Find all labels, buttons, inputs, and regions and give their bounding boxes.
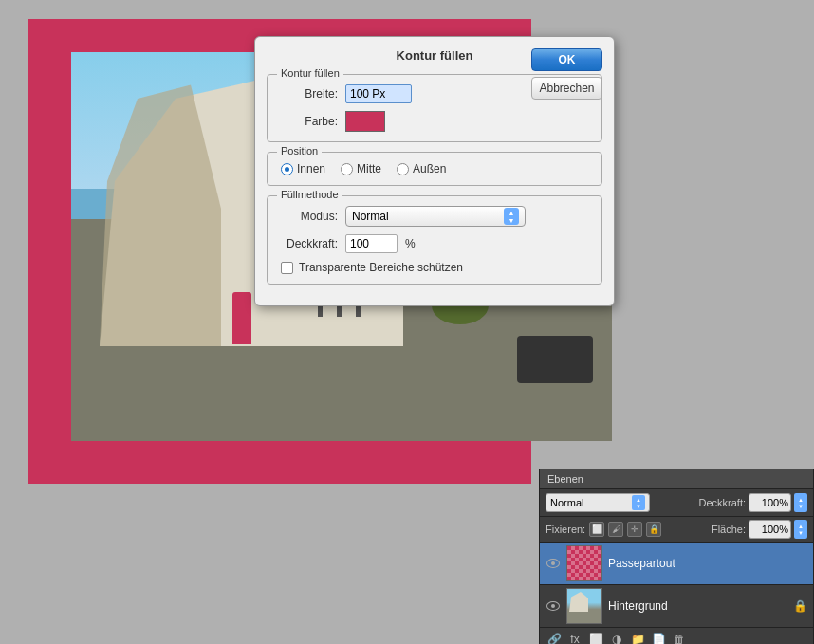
breite-input[interactable]: 100 Px [345, 84, 412, 103]
layers-panel: Ebenen Normal ▲ ▼ Deckkraft: 100% ▲ ▼ [539, 469, 814, 644]
radio-mitte-label: Mitte [357, 162, 381, 175]
hintergrund-lock-icon: 🔒 [793, 599, 807, 613]
opacity-arrow-down: ▼ [798, 504, 804, 509]
modus-value: Normal [352, 210, 389, 223]
kontur-section-label: Kontur füllen [277, 67, 343, 79]
layers-panel-header: Ebenen [540, 469, 813, 489]
position-section-label: Position [277, 145, 322, 156]
mode-arrow-down: ▼ [636, 504, 641, 509]
opacity-label: Deckkraft: [698, 497, 746, 508]
layers-opacity-control: Deckkraft: 100% ▲ ▼ [698, 493, 807, 512]
farbe-label: Farbe: [281, 115, 338, 128]
deckkraft-input[interactable]: 100 [345, 234, 398, 253]
layers-fix-row: Fixieren: ⬜ 🖌 ✛ 🔒 Fläche: 100% ▲ ▼ [540, 517, 813, 543]
ok-button[interactable]: OK [531, 48, 602, 71]
radio-aussen-circle[interactable] [397, 163, 409, 175]
position-section: Position Innen Mitte Außen [267, 152, 602, 186]
flaeche-right: Fläche: 100% ▲ ▼ [712, 520, 807, 539]
eye-pupil-hintergrund [551, 604, 555, 608]
transparente-checkbox[interactable] [281, 262, 293, 274]
link-icon[interactable]: 🔗 [546, 631, 563, 644]
color-swatch[interactable] [345, 111, 385, 132]
radio-mitte-circle[interactable] [341, 163, 353, 175]
mode-arrow-up: ▲ [636, 497, 641, 503]
passepartout-name: Passepartout [608, 557, 807, 570]
radio-aussen-label: Außen [413, 162, 446, 175]
radio-innen-dot [285, 167, 289, 172]
eye-icon-passepartout [546, 559, 560, 568]
deckkraft-label: Deckkraft: [281, 237, 338, 250]
hintergrund-name: Hintergrund [608, 599, 787, 613]
hintergrund-visibility[interactable] [546, 598, 561, 614]
modus-arrows: ▲ ▼ [504, 208, 519, 225]
passepartout-thumb-checker [567, 546, 601, 580]
folder-icon[interactable]: 📁 [629, 631, 646, 644]
modus-select[interactable]: Normal ▲ ▼ [345, 206, 526, 227]
fixieren-label: Fixieren: [546, 524, 585, 535]
flaeche-value: 100% [762, 524, 788, 535]
modus-arrow-down: ▼ [509, 217, 515, 224]
layers-mode-arrows: ▲ ▼ [632, 495, 645, 510]
fix-icon-all[interactable]: 🔒 [646, 522, 661, 537]
passepartout-thumb [566, 545, 602, 581]
farbe-row: Farbe: [281, 111, 588, 132]
fx-icon[interactable]: fx [566, 631, 583, 644]
modus-arrow-up: ▲ [509, 210, 515, 216]
radio-innen-label: Innen [297, 162, 325, 175]
flaeche-arrow-down: ▼ [798, 530, 804, 536]
delete-layer-icon[interactable]: 🗑 [671, 631, 688, 644]
modus-row: Modus: Normal ▲ ▼ [281, 206, 588, 227]
layers-panel-title: Ebenen [547, 473, 583, 485]
radio-mitte[interactable]: Mitte [341, 162, 381, 175]
layers-mode-value: Normal [550, 497, 583, 508]
seated-figures [517, 336, 593, 383]
breite-row: Breite: 100 Px [281, 84, 588, 103]
deckkraft-unit: % [405, 237, 416, 250]
transparente-label: Transparente Bereiche schützen [299, 261, 463, 274]
passepartout-visibility[interactable] [546, 556, 561, 571]
eye-icon-hintergrund [546, 601, 560, 611]
adjustment-icon[interactable]: ◑ [608, 631, 625, 644]
layer-passepartout[interactable]: Passepartout [540, 543, 813, 585]
fuellmethode-section-label: Füllmethode [277, 189, 342, 200]
opacity-arrow-up: ▲ [798, 497, 804, 503]
mask-icon[interactable]: ⬜ [587, 631, 604, 644]
transparente-row: Transparente Bereiche schützen [281, 261, 588, 274]
new-layer-icon[interactable]: 📄 [650, 631, 667, 644]
red-figure [232, 292, 251, 344]
fix-icon-move[interactable]: ✛ [627, 522, 642, 537]
canvas-area: Kontur füllen OK Abbrechen Kontur füllen… [0, 0, 814, 644]
fix-icon-lock[interactable]: ⬜ [589, 522, 604, 537]
layers-mode-select[interactable]: Normal ▲ ▼ [546, 493, 650, 512]
flaeche-arrows: ▲ ▼ [794, 520, 807, 539]
eye-pupil-passepartout [551, 561, 555, 565]
flaeche-field[interactable]: 100% [749, 520, 791, 539]
breite-label: Breite: [281, 87, 338, 101]
fix-icon-brush[interactable]: 🖌 [608, 522, 623, 537]
flaeche-label: Fläche: [712, 524, 746, 535]
deckkraft-row: Deckkraft: 100 % [281, 234, 588, 253]
opacity-field[interactable]: 100% [749, 493, 791, 512]
fuellmethode-section: Füllmethode Modus: Normal ▲ ▼ Deckkraft:… [267, 195, 602, 285]
position-radio-group: Innen Mitte Außen [281, 162, 588, 175]
radio-aussen[interactable]: Außen [397, 162, 446, 175]
layers-controls: Normal ▲ ▼ Deckkraft: 100% ▲ ▼ [540, 489, 813, 517]
hintergrund-thumb [566, 588, 602, 624]
radio-innen-circle[interactable] [281, 163, 293, 175]
radio-innen[interactable]: Innen [281, 162, 325, 175]
opacity-arrows: ▲ ▼ [794, 493, 807, 512]
dialog: Kontur füllen OK Abbrechen Kontur füllen… [254, 36, 615, 306]
hintergrund-thumb-cliff [569, 591, 588, 612]
opacity-value: 100% [762, 497, 788, 508]
layers-bottom-bar: 🔗 fx ⬜ ◑ 📁 📄 🗑 [540, 628, 813, 644]
modus-label: Modus: [281, 210, 338, 223]
kontur-section: Kontur füllen Breite: 100 Px Farbe: [267, 74, 602, 142]
layer-hintergrund[interactable]: Hintergrund 🔒 [540, 585, 813, 628]
flaeche-arrow-up: ▲ [798, 524, 804, 529]
